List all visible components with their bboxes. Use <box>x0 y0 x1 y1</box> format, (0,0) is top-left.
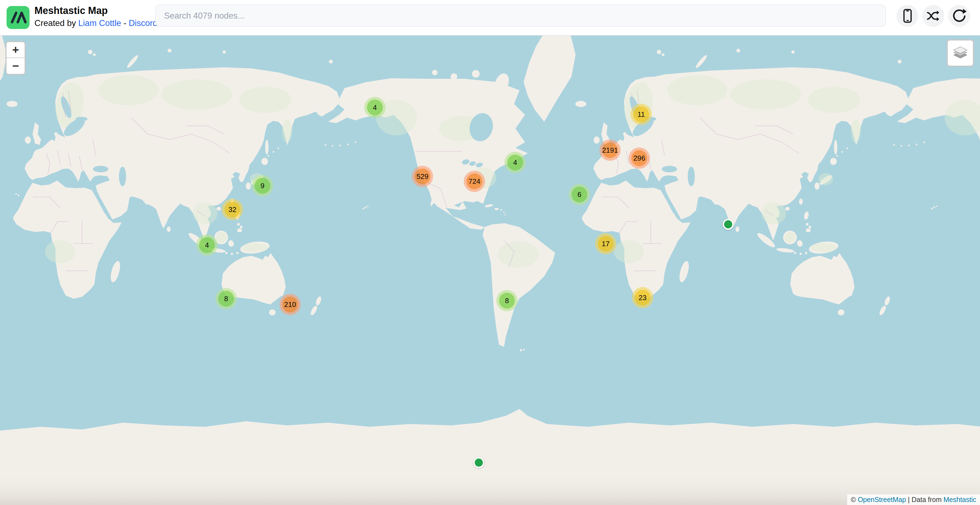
cluster-marker-6[interactable]: 6 <box>569 184 590 205</box>
cluster-count-label: 4 <box>373 104 377 112</box>
cluster-count-label: 6 <box>578 190 581 199</box>
cluster-marker-11[interactable]: 11 <box>630 104 652 125</box>
map-canvas[interactable]: + − 4112191296452972496321742388210 © Op… <box>0 35 980 505</box>
attribution-middle-text: | Data from <box>906 496 943 503</box>
cluster-count-label: 32 <box>229 206 237 214</box>
app-titles: Meshtastic Map Created by Liam Cottle - … <box>35 5 158 30</box>
author-link[interactable]: Liam Cottle <box>78 18 121 28</box>
map-attribution: © OpenStreetMap | Data from Meshtastic <box>847 494 980 505</box>
cluster-marker-296[interactable]: 296 <box>628 147 650 169</box>
zoom-control: + − <box>5 41 26 75</box>
cluster-marker-32[interactable]: 32 <box>222 199 243 220</box>
openstreetmap-link[interactable]: OpenStreetMap <box>858 496 906 503</box>
cluster-marker-210[interactable]: 210 <box>280 294 301 315</box>
created-by-text: Created by <box>35 18 76 28</box>
cluster-marker-9[interactable]: 9 <box>252 175 273 196</box>
meshtastic-map-app: Meshtastic Map Created by Liam Cottle - … <box>0 0 980 505</box>
cluster-count-label: 2191 <box>602 146 618 155</box>
cluster-marker-8[interactable]: 8 <box>215 288 237 309</box>
refresh-button[interactable] <box>948 5 970 27</box>
cluster-marker-4[interactable]: 4 <box>504 152 526 173</box>
cluster-marker-4[interactable]: 4 <box>364 97 385 118</box>
phone-icon <box>900 8 915 24</box>
cluster-count-label: 724 <box>468 177 480 186</box>
page-title: Meshtastic Map <box>35 5 158 17</box>
search-input[interactable] <box>155 5 886 27</box>
world-map-tiles <box>0 35 980 505</box>
attribution-copyright: © <box>851 496 858 503</box>
refresh-icon <box>951 8 967 24</box>
cluster-count-label: 4 <box>513 158 517 167</box>
node-marker[interactable] <box>473 457 484 468</box>
meshtastic-logo-icon <box>6 6 30 29</box>
node-marker[interactable] <box>723 219 733 230</box>
cluster-count-label: 23 <box>639 293 647 302</box>
zoom-in-button[interactable]: + <box>6 42 25 58</box>
cluster-count-label: 4 <box>205 241 209 250</box>
cluster-marker-8[interactable]: 8 <box>496 290 518 311</box>
cluster-count-label: 8 <box>505 296 509 305</box>
cluster-marker-529[interactable]: 529 <box>412 166 433 187</box>
layers-icon <box>952 45 968 62</box>
zoom-out-button[interactable]: − <box>6 58 25 74</box>
cluster-marker-17[interactable]: 17 <box>595 233 616 255</box>
shuffle-icon <box>925 8 941 24</box>
cluster-count-label: 296 <box>633 154 645 162</box>
cluster-count-label: 8 <box>224 295 228 303</box>
page-subtitle: Created by Liam Cottle - Discord <box>35 17 158 30</box>
cluster-marker-4[interactable]: 4 <box>196 234 218 256</box>
subtitle-separator: - <box>124 18 126 28</box>
layers-control[interactable] <box>947 40 974 67</box>
meshtastic-link[interactable]: Meshtastic <box>943 496 976 503</box>
cluster-marker-23[interactable]: 23 <box>632 287 653 308</box>
cluster-count-label: 9 <box>261 182 264 190</box>
app-header: Meshtastic Map Created by Liam Cottle - … <box>0 0 980 35</box>
discord-link[interactable]: Discord <box>129 18 158 28</box>
cluster-count-label: 11 <box>638 110 645 119</box>
mobile-view-button[interactable] <box>896 5 918 27</box>
cluster-count-label: 529 <box>417 172 428 181</box>
cluster-count-label: 17 <box>602 240 610 248</box>
cluster-marker-724[interactable]: 724 <box>464 171 485 192</box>
random-node-button[interactable] <box>922 5 944 27</box>
cluster-count-label: 210 <box>284 300 296 309</box>
cluster-marker-2191[interactable]: 2191 <box>600 140 621 161</box>
